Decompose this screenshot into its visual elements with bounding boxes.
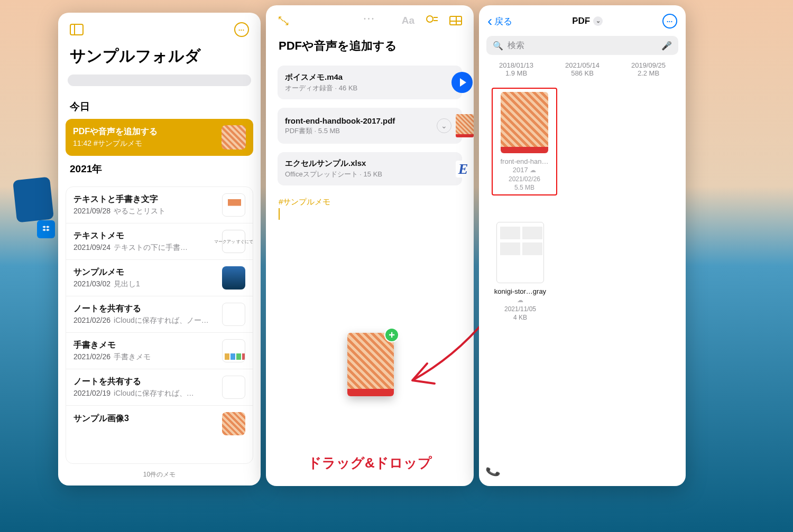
file-date: 2021/02/26 xyxy=(496,175,553,183)
note-sub: 2021/02/19iCloudに保存すれば、… xyxy=(73,389,216,398)
excel-icon: E xyxy=(456,161,473,178)
highlight-box: front-end-han…2017 ☁︎ 2021/02/26 5.5 MB xyxy=(492,88,557,195)
note-title: ノートを共有する xyxy=(73,376,216,387)
more-icon[interactable]: ••• xyxy=(234,22,249,37)
chevron-down-icon[interactable] xyxy=(437,118,451,133)
note-thumb xyxy=(222,303,245,326)
annotation-caption: ドラッグ&ドロップ xyxy=(266,454,474,472)
note-sub: 2021/09/28やることリスト xyxy=(73,207,216,216)
notes-list: テキストと手書き文字 2021/09/28やることリスト テキストメモ 2021… xyxy=(66,186,253,464)
grab-handle-icon[interactable]: ••• xyxy=(576,16,588,22)
note-thumb xyxy=(222,193,245,217)
attachment-title: エクセルサンプル.xlsx xyxy=(285,158,449,169)
note-title: テキストと手書き文字 xyxy=(73,194,216,205)
attachment-sub: Officeスプレッドシート · 15 KB xyxy=(285,170,449,179)
table-icon[interactable] xyxy=(449,16,462,25)
selected-note-title: PDFや音声を追加する xyxy=(73,126,215,137)
cloud-icon: ☁︎ xyxy=(530,166,536,174)
pdf-thumb-icon xyxy=(456,114,474,137)
attachment-sub: PDF書類 · 5.5 MB xyxy=(285,126,430,136)
file-name: konigi-stor…gray ☁︎ xyxy=(492,287,549,304)
file-thumb xyxy=(501,92,548,153)
cloud-icon: ☁︎ xyxy=(517,296,523,304)
expand-icon[interactable] xyxy=(278,15,289,26)
hashtag[interactable]: #サンプルメモ xyxy=(266,194,474,207)
back-button[interactable]: 戻る xyxy=(487,15,512,27)
search-field[interactable]: 🔍 検索 🎤 xyxy=(486,36,678,55)
mic-icon[interactable]: 🎤 xyxy=(661,41,672,51)
note-sub xyxy=(73,426,216,434)
search-placeholder-bar[interactable] xyxy=(68,74,251,86)
attachment-audio[interactable]: ボイスメモ.m4a オーディオ録音 · 46 KB xyxy=(278,66,462,99)
note-row[interactable]: ノートを共有する 2021/02/26iCloudに保存すれば、ノートだ… xyxy=(66,296,253,333)
file-size: 5.5 MB xyxy=(496,184,553,191)
notes-sidebar-panel: ••• サンプルフォルダ 今日 PDFや音声を追加する 11:42 #サンプルメ… xyxy=(58,13,261,486)
play-icon[interactable] xyxy=(451,72,473,93)
note-title: サンプル画像3 xyxy=(73,413,216,424)
search-placeholder: 検索 xyxy=(508,40,657,51)
note-thumb xyxy=(222,412,245,435)
more-icon[interactable]: ••• xyxy=(662,14,677,29)
file-date: 2021/11/05 xyxy=(492,305,549,313)
note-row[interactable]: テキストと手書き文字 2021/09/28やることリスト xyxy=(66,187,253,223)
dropbox-widget-bg xyxy=(13,177,54,223)
handoff-icon[interactable]: 📞 xyxy=(485,463,502,479)
note-title: テキストメモ xyxy=(73,230,216,241)
note-title: サンプルメモ xyxy=(73,267,216,278)
file-size: 4 KB xyxy=(492,314,549,321)
note-row[interactable]: ノートを共有する 2021/02/19iCloudに保存すれば、… xyxy=(66,369,253,406)
text-cursor xyxy=(279,208,280,220)
attachment-pdf[interactable]: front-end-handbook-2017.pdf PDF書類 · 5.5 … xyxy=(278,108,462,144)
sidebar-toggle-icon[interactable] xyxy=(70,24,84,35)
note-sub: 2021/03/02見出し1 xyxy=(73,279,216,289)
note-title-heading: PDFや音声を追加する xyxy=(266,31,474,66)
selected-note-sub: 11:42 #サンプルメモ xyxy=(73,139,215,148)
dragging-file-preview[interactable]: + xyxy=(347,333,394,396)
files-panel: ••• 戻る PDF ••• 🔍 検索 🎤 2018/01/131.9 MB 2… xyxy=(479,5,686,486)
note-thumb xyxy=(222,266,245,290)
note-row[interactable]: サンプル画像3 xyxy=(66,406,253,442)
note-thumb xyxy=(222,376,245,399)
note-title: 手書きメモ xyxy=(73,340,216,351)
chevron-down-icon[interactable] xyxy=(593,16,603,26)
note-row[interactable]: 手書きメモ 2021/02/26手書きメモ xyxy=(66,333,253,369)
checklist-icon[interactable] xyxy=(426,15,438,26)
plus-badge-icon: + xyxy=(384,328,399,342)
attachment-sub: オーディオ録音 · 46 KB xyxy=(285,83,445,93)
file-item[interactable]: konigi-stor…gray ☁︎ 2021/11/05 4 KB xyxy=(492,222,549,321)
note-editor-panel: ••• Aa PDFや音声を追加する ボイスメモ.m4a オーディオ録音 · 4… xyxy=(266,5,474,486)
folder-title: サンプルフォルダ xyxy=(58,40,261,74)
note-sub: 2021/02/26iCloudに保存すれば、ノートだ… xyxy=(73,316,216,325)
note-title: ノートを共有する xyxy=(73,303,216,314)
file-meta-row: 2018/01/131.9 MB 2021/05/14586 KB 2019/0… xyxy=(479,61,686,88)
attachment-title: front-end-handbook-2017.pdf xyxy=(285,116,430,125)
note-sub: 2021/09/24テキストの下に手書… xyxy=(73,243,216,253)
note-row[interactable]: テキストメモ 2021/09/24テキストの下に手書… マークアッ すぐにで xyxy=(66,223,253,260)
file-name: front-end-han…2017 ☁︎ xyxy=(496,157,553,174)
note-thumb xyxy=(222,339,245,362)
note-thumb: マークアッ すぐにで xyxy=(222,230,245,253)
note-sub: 2021/02/26手書きメモ xyxy=(73,352,216,362)
search-icon: 🔍 xyxy=(493,41,503,51)
note-row[interactable]: サンプルメモ 2021/03/02見出し1 xyxy=(66,260,253,296)
attachment-title: ボイスメモ.m4a xyxy=(285,72,445,82)
note-count: 10件のメモ xyxy=(58,464,261,486)
section-year: 2021年 xyxy=(58,156,261,181)
selected-note-thumb xyxy=(222,125,246,150)
attachment-xlsx[interactable]: エクセルサンプル.xlsx Officeスプレッドシート · 15 KB E xyxy=(278,152,462,185)
grab-handle-icon[interactable]: ••• xyxy=(364,16,376,22)
note-row-selected[interactable]: PDFや音声を追加する 11:42 #サンプルメモ xyxy=(66,119,253,156)
dropbox-icon[interactable] xyxy=(37,220,55,238)
file-thumb xyxy=(496,222,544,283)
section-today: 今日 xyxy=(58,94,261,119)
text-style-icon[interactable]: Aa xyxy=(402,15,414,26)
file-item[interactable]: front-end-han…2017 ☁︎ 2021/02/26 5.5 MB xyxy=(496,92,553,191)
